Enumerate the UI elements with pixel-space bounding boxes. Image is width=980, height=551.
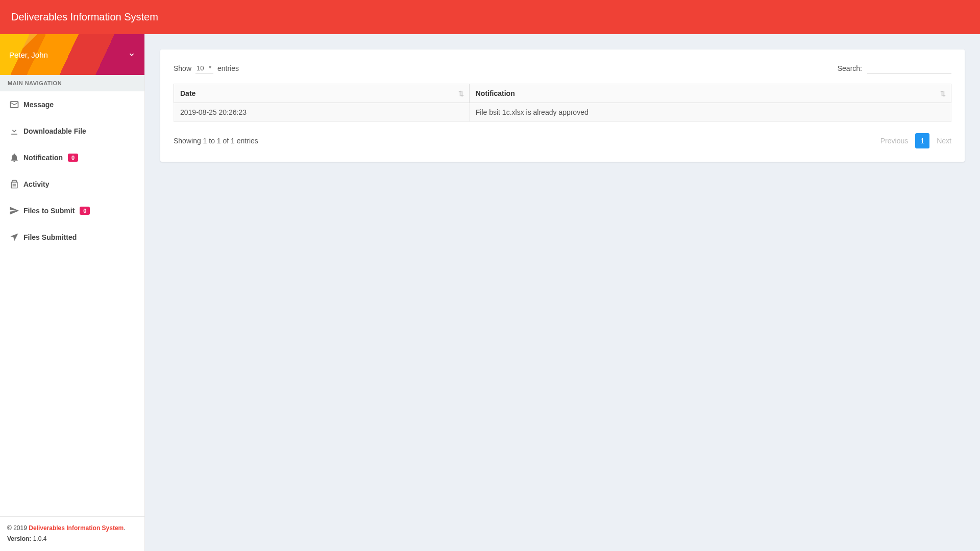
download-icon: [7, 126, 21, 136]
app-title: Deliverables Information System: [11, 11, 158, 23]
user-panel[interactable]: Peter, John: [0, 34, 144, 75]
sidebar-item-label: Files Submitted: [23, 233, 77, 241]
sidebar-item-label: Notification: [23, 154, 63, 162]
table-footer: Showing 1 to 1 of 1 entries Previous 1 N…: [174, 133, 951, 148]
column-header-date[interactable]: Date ⇅: [174, 84, 470, 103]
files-to-submit-badge: 0: [80, 207, 90, 215]
nav-list: Message Downloadable File Notification 0: [0, 91, 144, 516]
search-input[interactable]: [867, 63, 951, 73]
datatable-controls: Show 10 entries Search:: [174, 63, 951, 73]
location-icon: [7, 232, 21, 242]
sidebar-item-message[interactable]: Message: [0, 91, 144, 118]
sidebar-item-label: Files to Submit: [23, 207, 75, 215]
length-select[interactable]: 10: [195, 63, 213, 73]
footer-version-label: Version:: [7, 535, 31, 542]
notification-badge: 0: [68, 154, 78, 162]
footer-copyright-pre: © 2019: [7, 524, 29, 532]
footer-copyright-post: .: [124, 524, 125, 532]
column-header-label: Date: [180, 89, 195, 97]
sidebar-item-label: Activity: [23, 180, 50, 188]
cell-date: 2019-08-25 20:26:23: [174, 103, 470, 122]
send-icon: [7, 206, 21, 216]
footer-version: 1.0.4: [31, 535, 46, 542]
clipboard-icon: [7, 179, 21, 189]
length-post-label: entries: [217, 64, 239, 72]
column-header-label: Notification: [476, 89, 515, 97]
sort-icon: ⇅: [458, 90, 464, 97]
sidebar-item-notification[interactable]: Notification 0: [0, 144, 144, 171]
sidebar-item-files-submitted[interactable]: Files Submitted: [0, 224, 144, 251]
page-button-current[interactable]: 1: [915, 133, 929, 148]
datatable-card: Show 10 entries Search:: [160, 49, 965, 162]
search-label: Search:: [838, 64, 862, 72]
sidebar-footer: © 2019 Deliverables Information System. …: [0, 516, 144, 551]
sidebar-item-files-to-submit[interactable]: Files to Submit 0: [0, 197, 144, 224]
sidebar-item-activity[interactable]: Activity: [0, 171, 144, 197]
chevron-down-icon: [128, 51, 135, 58]
sidebar-item-label: Message: [23, 101, 54, 109]
top-header: Deliverables Information System: [0, 0, 980, 34]
sidebar-item-label: Downloadable File: [23, 127, 86, 135]
length-control: Show 10 entries: [174, 63, 239, 73]
table-row: 2019-08-25 20:26:23 File bsit 1c.xlsx is…: [174, 103, 951, 122]
nav-section-header: MAIN NAVIGATION: [0, 75, 144, 91]
prev-button[interactable]: Previous: [880, 137, 908, 145]
main-content: Show 10 entries Search:: [145, 34, 980, 551]
length-select-wrap: 10: [195, 63, 213, 73]
sidebar: Peter, John MAIN NAVIGATION Message Down…: [0, 34, 145, 551]
table-header-row: Date ⇅ Notification ⇅: [174, 84, 951, 103]
next-button[interactable]: Next: [937, 137, 951, 145]
user-name: Peter, John: [9, 51, 48, 59]
cell-notification: File bsit 1c.xlsx is already approved: [469, 103, 951, 122]
search-control: Search:: [838, 63, 951, 73]
mail-icon: [7, 99, 21, 110]
table-info: Showing 1 to 1 of 1 entries: [174, 137, 258, 145]
sidebar-item-downloadable-file[interactable]: Downloadable File: [0, 118, 144, 144]
footer-link[interactable]: Deliverables Information System: [29, 524, 124, 532]
length-pre-label: Show: [174, 64, 191, 72]
column-header-notification[interactable]: Notification ⇅: [469, 84, 951, 103]
data-table: Date ⇅ Notification ⇅ 2019-08-25 20:26:2…: [174, 84, 951, 122]
bell-icon: [7, 153, 21, 163]
sort-icon: ⇅: [940, 90, 946, 97]
pager: Previous 1 Next: [880, 133, 951, 148]
